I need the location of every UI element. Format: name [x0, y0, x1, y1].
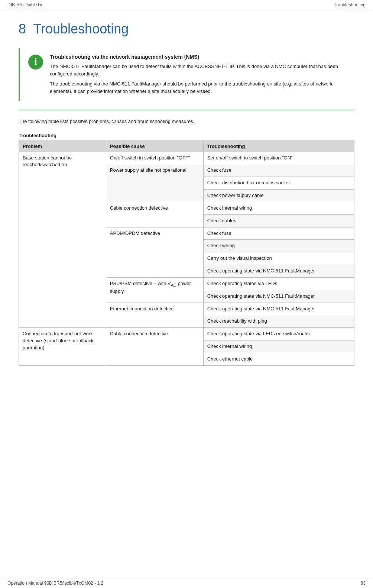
cell-troubleshooting: Check internal wiring [203, 340, 354, 353]
cell-troubleshooting: Check reachability with ping [203, 315, 354, 328]
cell-troubleshooting: Check ethernet cable [203, 353, 354, 366]
footer-right: 83 [361, 581, 366, 586]
cell-cause: Cable connection defective [106, 328, 203, 366]
cell-troubleshooting: Check operating state via NMC-511 FaultM… [203, 290, 354, 303]
cell-troubleshooting: Check wiring [203, 240, 354, 252]
cell-troubleshooting: Check operating state via NMC-511 FaultM… [203, 265, 354, 278]
header-left: DIB-R5 flexibleTx [7, 2, 42, 7]
cell-troubleshooting: Check internal wiring [203, 202, 354, 214]
footer-left: Operation Manual 90DIBR5flexibleTxOM02 -… [7, 581, 103, 586]
cell-troubleshooting: Check operating state via LEDs on switch… [203, 328, 354, 340]
info-box-para1: The NMC-511 FaultManager can be used to … [50, 63, 347, 77]
cell-troubleshooting: Check fuse [203, 227, 354, 240]
info-box: i Troubleshooting via the network manage… [19, 48, 354, 101]
cell-troubleshooting: Check operating state via NMC-511 FaultM… [203, 303, 354, 315]
page-header: DIB-R5 flexibleTx Troubleshooting [0, 0, 373, 10]
table-row: Connection to transport net-work defecti… [19, 328, 354, 340]
cell-cause: On/off switch in switch position "OFF" [106, 152, 203, 164]
cell-troubleshooting: Set on/off switch to switch position "ON… [203, 152, 354, 164]
info-icon: i [27, 54, 44, 70]
divider [19, 110, 354, 110]
cell-troubleshooting: Check operating states via LEDs [203, 277, 354, 290]
section-label: Troubleshooting [19, 133, 354, 138]
page-footer: Operation Manual 90DIBR5flexibleTxOM02 -… [0, 578, 373, 588]
info-box-title: Troubleshooting via the network manageme… [50, 54, 347, 60]
col-header-problem: Problem [19, 140, 106, 152]
troubleshooting-table: Problem Possible cause Troubleshooting B… [19, 140, 354, 366]
chapter-title: 8 Troubleshooting [19, 21, 354, 37]
cell-troubleshooting: Check cables [203, 214, 354, 227]
cell-cause: Ethernet connection defective [106, 303, 203, 328]
cell-cause: Power supply at site not operational [106, 164, 203, 202]
info-box-para2: The troubleshooting via the NMC-511 Faul… [50, 80, 347, 95]
main-content: 8 Troubleshooting i Troubleshooting via … [0, 10, 373, 388]
cell-cause: APDM/DPDM defective [106, 227, 203, 277]
cell-troubleshooting: Carry out the visual inspection [203, 252, 354, 265]
cell-cause: Cable connection defective [106, 202, 203, 227]
table-header-row: Problem Possible cause Troubleshooting [19, 140, 354, 152]
cell-troubleshooting: Check distribution box or mains socket [203, 177, 354, 190]
svg-text:i: i [34, 56, 37, 67]
cell-troubleshooting: Check fuse [203, 164, 354, 177]
cell-problem: Base station cannot be reached/switched … [19, 152, 106, 328]
intro-paragraph: The following table lists possible probl… [19, 118, 354, 125]
col-header-cause: Possible cause [106, 140, 203, 152]
header-right: Troubleshooting [334, 2, 366, 7]
cell-cause: PSU/PSM defective – with VAC power suppl… [106, 277, 203, 303]
cell-troubleshooting: Check power supply cable [203, 190, 354, 202]
cell-problem: Connection to transport net-work defecti… [19, 328, 106, 366]
info-box-content: Troubleshooting via the network manageme… [50, 54, 347, 95]
col-header-troubleshooting: Troubleshooting [203, 140, 354, 152]
table-row: Base station cannot be reached/switched … [19, 152, 354, 164]
